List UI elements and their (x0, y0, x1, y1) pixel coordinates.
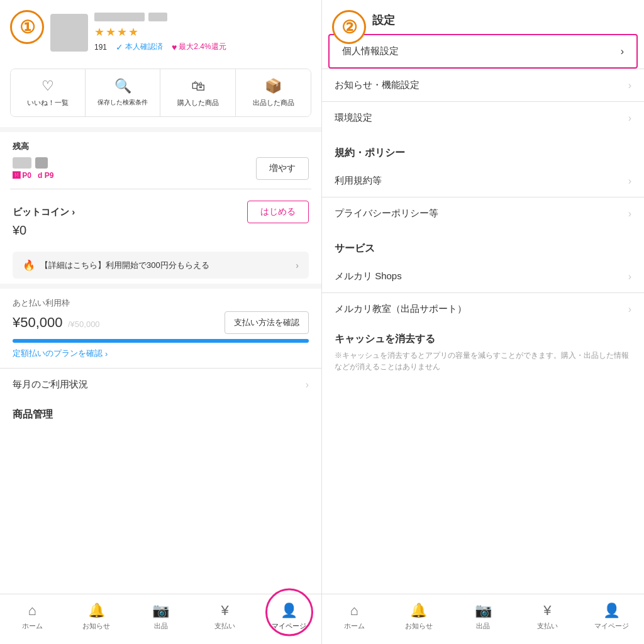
settings-environment-label: 環境設定 (335, 112, 372, 124)
nav-home-label: ホーム (22, 621, 43, 631)
cache-section: キャッシュを消去する ※キャッシュを消去するとアプリの容量を減らすことができます… (322, 325, 644, 380)
promo-banner[interactable]: 🔥 【詳細はこちら】利用開始で300円分もらえる › (13, 252, 309, 279)
balance-row: 🅼 P0 d P9 増やす (13, 157, 309, 180)
chevron-right-icon: › (296, 260, 299, 270)
right-panel: ② 設定 個人情報設定 › お知らせ・機能設定 › 環境設定 › 規約・ポリシー… (322, 0, 644, 644)
settings-environment[interactable]: 環境設定 › (322, 101, 644, 134)
d-points: d P9 (38, 171, 53, 180)
settings-personal-info[interactable]: 個人情報設定 › (328, 34, 638, 69)
star-rating: ★★★★ (94, 25, 309, 39)
settings-classroom-label: メルカリ教室（出品サポート） (335, 303, 467, 315)
settings-group-2: 利用規約等 › プライバシーポリシー等 › (322, 165, 644, 230)
balance-amounts: 🅼 P0 d P9 (13, 157, 53, 180)
nav-home[interactable]: ⌂ ホーム (0, 602, 64, 636)
check-icon: ✓ (116, 42, 123, 52)
right-nav-payment-label: 支払い (537, 621, 558, 631)
settings-group-1: 個人情報設定 › お知らせ・機能設定 › 環境設定 › (322, 34, 644, 134)
home-icon: ⌂ (28, 602, 36, 619)
right-nav-home-label: ホーム (344, 621, 365, 631)
right-nav-mypage-label: マイページ (594, 621, 629, 631)
avatar (50, 14, 88, 52)
payment-amount: ¥50,000 (13, 314, 63, 330)
nav-sell-label: 出品 (154, 621, 168, 631)
left-panel: ① ★★★★ 191 ✓ 本人確認済 ♥ 最大2.4%還元 (0, 0, 322, 644)
bell-icon: 🔔 (88, 602, 105, 619)
monthly-usage-item[interactable]: 毎月のご利用状況 › (0, 368, 321, 401)
start-button[interactable]: はじめる (247, 201, 309, 223)
settings-terms[interactable]: 利用規約等 › (322, 165, 644, 197)
nav-mypage[interactable]: 👤 マイページ (257, 602, 321, 636)
fire-icon: 🔥 (23, 259, 35, 271)
heart-icon: ♥ (172, 42, 177, 52)
settings-shops[interactable]: メルカリ Shops › (322, 260, 644, 292)
profile-info: ★★★★ 191 ✓ 本人確認済 ♥ 最大2.4%還元 (94, 13, 309, 52)
plan-link[interactable]: 定額払いのプランを確認 › (13, 348, 309, 359)
chevron-right-icon-terms: › (628, 175, 631, 187)
bitcoin-section: ビットコイン › はじめる ¥0 (0, 189, 321, 247)
qa-purchased[interactable]: 🛍 購入した商品 (161, 69, 236, 116)
cache-title[interactable]: キャッシュを消去する (335, 333, 631, 346)
chevron-right-icon-personal: › (621, 46, 624, 57)
right-nav-home[interactable]: ⌂ ホーム (322, 602, 386, 636)
progress-bar-fill (13, 339, 309, 343)
right-nav-sell[interactable]: 📷 出品 (451, 602, 515, 636)
person-icon-right: 👤 (603, 602, 620, 619)
chevron-right-icon-privacy: › (628, 208, 631, 219)
review-count: 191 (94, 43, 107, 52)
promo-left: 🔥 【詳細はこちら】利用開始で300円分もらえる (23, 259, 209, 271)
qa-listed[interactable]: 📦 出品した商品 (236, 69, 311, 116)
rules-label: 規約・ポリシー (322, 134, 644, 165)
camera-icon-right: 📷 (475, 602, 492, 619)
payment-limit: /¥50,000 (68, 319, 100, 329)
qa-likes[interactable]: ♡ いいね！一覧 (11, 69, 86, 116)
nav-sell[interactable]: 📷 出品 (128, 602, 192, 636)
bell-icon-right: 🔔 (410, 602, 427, 619)
settings-classroom[interactable]: メルカリ教室（出品サポート） › (322, 292, 644, 325)
right-bottom-nav: ⌂ ホーム 🔔 お知らせ 📷 出品 ¥ 支払い 👤 マイページ (322, 594, 644, 644)
badge-2: ② (332, 10, 366, 44)
increase-button[interactable]: 増やす (256, 157, 309, 180)
product-mgmt-section: 商品管理 (0, 401, 321, 426)
badge-1: ① (10, 10, 44, 44)
settings-notifications[interactable]: お知らせ・機能設定 › (322, 69, 644, 101)
settings-privacy-label: プライバシーポリシー等 (335, 208, 438, 219)
profile-name-bar (94, 13, 309, 21)
search-icon: 🔍 (114, 78, 131, 94)
points-row: 🅼 P0 d P9 (13, 171, 53, 180)
bitcoin-title[interactable]: ビットコイン › (13, 206, 75, 218)
payment-amounts: ¥50,000 /¥50,000 (13, 314, 100, 331)
balance-label: 残高 (13, 141, 309, 152)
settings-terms-label: 利用規約等 (335, 175, 382, 187)
nav-payment[interactable]: ¥ 支払い (193, 602, 257, 636)
settings-shops-label: メルカリ Shops (335, 270, 402, 282)
chevron-right-icon-shops: › (628, 271, 631, 282)
person-icon: 👤 (280, 602, 297, 619)
nav-payment-label: 支払い (214, 621, 235, 631)
settings-privacy[interactable]: プライバシーポリシー等 › (322, 197, 644, 230)
heart-icon: ♡ (42, 78, 54, 94)
bitcoin-amount: ¥0 (13, 223, 309, 238)
check-payment-button[interactable]: 支払い方法を確認 (225, 311, 309, 334)
right-nav-mypage[interactable]: 👤 マイページ (580, 602, 644, 636)
settings-personal-info-label: 個人情報設定 (342, 45, 399, 57)
right-nav-payment[interactable]: ¥ 支払い (515, 602, 579, 636)
home-icon-right: ⌂ (350, 602, 358, 619)
payment-row: ¥50,000 /¥50,000 支払い方法を確認 (13, 311, 309, 334)
yen-icon: ¥ (221, 602, 229, 619)
promo-text: 【詳細はこちら】利用開始で300円分もらえる (40, 260, 209, 271)
settings-group-3: メルカリ Shops › メルカリ教室（出品サポート） › (322, 260, 644, 325)
nav-notifications-label: お知らせ (82, 621, 110, 631)
nav-notifications[interactable]: 🔔 お知らせ (64, 602, 128, 636)
balance-block-1 (13, 157, 31, 169)
box-icon: 📦 (265, 78, 282, 94)
qa-search[interactable]: 🔍 保存した検索条件 (86, 69, 161, 116)
progress-bar-bg (13, 339, 309, 343)
profile-stats: 191 ✓ 本人確認済 ♥ 最大2.4%還元 (94, 42, 309, 52)
profile-section: ★★★★ 191 ✓ 本人確認済 ♥ 最大2.4%還元 (0, 0, 321, 58)
chevron-right-icon-notifications: › (628, 80, 631, 91)
camera-icon: 📷 (152, 602, 169, 619)
right-nav-notifications[interactable]: 🔔 お知らせ (386, 602, 450, 636)
nav-mypage-label: マイページ (272, 621, 306, 631)
cashback-badge: ♥ 最大2.4%還元 (172, 42, 226, 52)
balance-main (13, 157, 53, 169)
